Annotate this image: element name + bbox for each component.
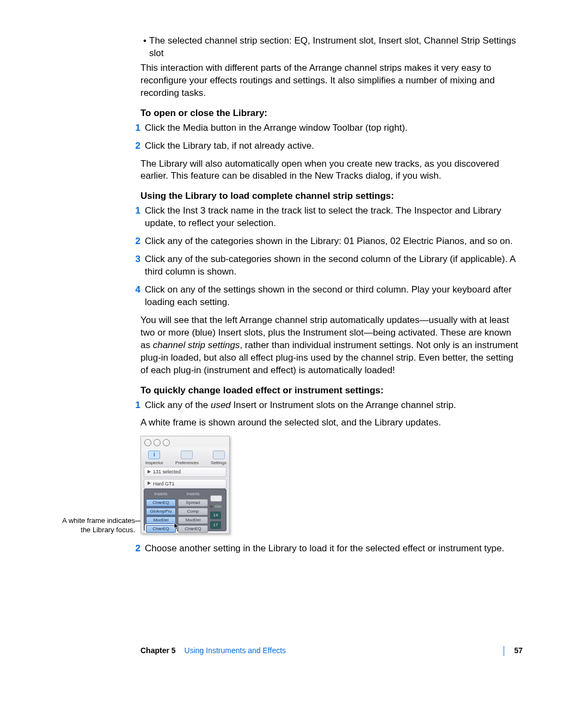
divider bbox=[504, 646, 504, 656]
toolbar-label: Settings bbox=[211, 460, 226, 466]
close-dot-icon bbox=[144, 439, 151, 446]
section-heading: To open or close the Library: bbox=[140, 107, 523, 120]
step-number: 4 bbox=[131, 284, 145, 309]
toolbar-label: Preferences bbox=[175, 460, 199, 466]
toolbar: i Inspector Preferences Settings Au bbox=[141, 447, 229, 467]
toolbar-label: Inspector bbox=[145, 460, 163, 466]
step-text: Click any of the categories shown in the… bbox=[145, 235, 523, 248]
body-paragraph: The Library will also automatically open… bbox=[140, 158, 523, 183]
channel-strip-area: Inserts ChanEQ GtrAmpPro ModDel ChanEQ L… bbox=[144, 489, 226, 531]
page-number: 57 bbox=[514, 646, 523, 656]
info-panel: ▶ 131 selected ▶ Hard GT1 bbox=[144, 467, 226, 490]
zoom-dot-icon bbox=[163, 439, 170, 446]
inspector-window: i Inspector Preferences Settings Au ▶ bbox=[140, 436, 230, 534]
screenshot-figure: A white frame indicates the Library focu… bbox=[140, 436, 523, 534]
insert-column-right: Inserts Spread Comp ModDel ChanEQ bbox=[178, 491, 208, 529]
italic-text: channel strip settings bbox=[153, 340, 240, 350]
text-run: Insert or Instrument slots on the Arrang… bbox=[231, 400, 456, 410]
text-run: Click any of the bbox=[145, 400, 211, 410]
step-text: Click any of the used Insert or Instrume… bbox=[145, 399, 523, 412]
info-text: 131 selected bbox=[153, 468, 181, 475]
insert-slot-selected: ChanEQ bbox=[146, 525, 176, 533]
step-text: Click the Inst 3 track name in the track… bbox=[145, 205, 523, 230]
step-item: 2 Click any of the categories shown in t… bbox=[131, 235, 523, 248]
preferences-icon bbox=[181, 451, 193, 459]
toolbar-item: i Inspector bbox=[145, 451, 163, 466]
insert-slot: ChanEQ bbox=[178, 525, 208, 533]
step-number: 2 bbox=[131, 140, 145, 153]
side-label: ▶ Glo bbox=[210, 504, 222, 510]
step-text: Choose another setting in the Library to… bbox=[145, 543, 523, 555]
step-text: Click any of the sub-categories shown in… bbox=[145, 253, 523, 278]
tag-icon bbox=[210, 495, 222, 501]
insert-slot: ModDel bbox=[178, 516, 208, 524]
insert-slot: ChanEQ bbox=[146, 499, 176, 507]
insert-column-left: Inserts ChanEQ GtrAmpPro ModDel ChanEQ L… bbox=[146, 491, 176, 529]
step-text: Click on any of the settings shown in th… bbox=[145, 284, 523, 309]
page-footer: Chapter 5 Using Instruments and Effects … bbox=[0, 646, 588, 656]
body-paragraph: A white frame is shown around the select… bbox=[140, 417, 523, 429]
info-icon: i bbox=[148, 451, 160, 459]
side-number: 17 bbox=[210, 521, 221, 529]
insert-slot: GtrAmpPro bbox=[146, 508, 176, 515]
step-text: Click the Media button in the Arrange wi… bbox=[145, 122, 523, 135]
side-column: ▶ Glo 14 17 bbox=[210, 491, 224, 529]
info-text: Hard GT1 bbox=[153, 480, 175, 487]
triangle-right-icon: ▶ bbox=[148, 480, 151, 486]
step-item: 4 Click on any of the settings shown in … bbox=[131, 284, 523, 309]
settings-icon bbox=[213, 451, 225, 459]
step-item: 2 Click the Library tab, if not already … bbox=[131, 140, 523, 153]
step-number: 2 bbox=[131, 543, 145, 555]
chapter-label: Chapter 5 bbox=[140, 646, 176, 656]
column-header: Inserts bbox=[146, 491, 176, 498]
body-paragraph: You will see that the left Arrange chann… bbox=[140, 314, 523, 377]
callout-label: A white frame indicates the Library focu… bbox=[51, 516, 135, 534]
cursor-icon bbox=[174, 521, 179, 529]
minimize-dot-icon bbox=[154, 439, 161, 446]
toolbar-item: Preferences bbox=[175, 451, 199, 466]
insert-slot: Comp bbox=[178, 508, 208, 515]
insert-slot: ModDel bbox=[146, 516, 176, 524]
triangle-right-icon: ▶ bbox=[148, 469, 151, 475]
window-controls bbox=[144, 439, 170, 446]
step-number: 1 bbox=[131, 205, 145, 230]
step-number: 1 bbox=[131, 122, 145, 135]
step-number: 2 bbox=[131, 235, 145, 248]
bullet-item: • The selected channel strip section: EQ… bbox=[140, 35, 523, 60]
step-number: 3 bbox=[131, 253, 145, 278]
chapter-title: Using Instruments and Effects bbox=[185, 646, 286, 656]
bullet-text: The selected channel strip section: EQ, … bbox=[149, 35, 523, 60]
step-item: 3 Click any of the sub-categories shown … bbox=[131, 253, 523, 278]
insert-slot: Spread bbox=[178, 499, 208, 507]
info-row: ▶ Hard GT1 bbox=[144, 479, 226, 489]
section-heading: Using the Library to load complete chann… bbox=[140, 190, 523, 203]
info-row: ▶ 131 selected bbox=[144, 467, 226, 477]
bullet-mark: • bbox=[140, 35, 149, 60]
step-text: Click the Library tab, if not already ac… bbox=[145, 140, 523, 153]
column-header: Inserts bbox=[178, 491, 208, 498]
step-item: 1 Click the Media button in the Arrange … bbox=[131, 122, 523, 135]
italic-text: used bbox=[211, 400, 231, 410]
step-item: 2 Choose another setting in the Library … bbox=[131, 543, 523, 555]
intro-paragraph: This interaction with different parts of… bbox=[140, 62, 523, 100]
document-page: • The selected channel strip section: EQ… bbox=[0, 0, 588, 706]
step-number: 1 bbox=[131, 399, 145, 412]
side-number: 14 bbox=[210, 512, 221, 519]
toolbar-item: Settings bbox=[211, 451, 226, 466]
step-item: 1 Click any of the used Insert or Instru… bbox=[131, 399, 523, 412]
step-item: 1 Click the Inst 3 track name in the tra… bbox=[131, 205, 523, 230]
section-heading: To quickly change loaded effect or instr… bbox=[140, 385, 523, 397]
